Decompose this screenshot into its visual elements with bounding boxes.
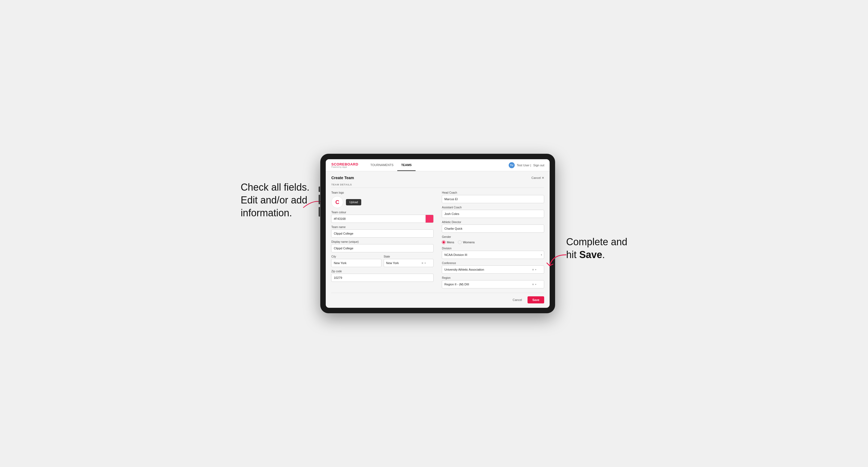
gender-womens-label: Womens [463, 241, 474, 244]
form-header: Create Team Cancel ✕ [331, 176, 544, 180]
team-logo-label: Team logo [331, 191, 434, 194]
state-label: State [383, 255, 434, 258]
upload-button[interactable]: Upload [346, 199, 361, 206]
avatar: TU [509, 162, 515, 168]
team-logo-field: Team logo C Upload [331, 191, 434, 208]
tab-tournaments[interactable]: TOURNAMENTS [366, 159, 397, 171]
navbar-right: TU Test User | Sign out [509, 162, 545, 168]
head-coach-input[interactable] [442, 195, 544, 203]
state-select[interactable]: New York ✕ ▾ [383, 259, 434, 267]
assistant-coach-label: Assistant Coach [442, 206, 544, 209]
head-coach-label: Head Coach [442, 191, 544, 194]
region-select[interactable]: Region II - (M) DIII ✕ ▾ [442, 280, 544, 288]
tab-teams[interactable]: TEAMS [397, 159, 415, 171]
color-input-wrapper [331, 215, 434, 223]
cancel-x-button[interactable]: Cancel ✕ [531, 176, 544, 180]
logo-area: C Upload [331, 196, 434, 208]
signout-button[interactable]: Sign out [533, 164, 544, 167]
nav-tabs: TOURNAMENTS TEAMS [366, 159, 415, 171]
brand-subtitle: Powered by clippd [331, 166, 358, 168]
athletic-director-field: Athletic Director [442, 221, 544, 233]
gender-label: Gender [442, 236, 544, 239]
division-label: Division [442, 247, 544, 250]
gender-field: Gender Mens Womens [442, 236, 544, 244]
team-logo-circle: C [331, 196, 343, 208]
city-field: City [331, 255, 381, 267]
assistant-coach-field: Assistant Coach [442, 206, 544, 218]
annotation-line3: information. [241, 207, 292, 218]
form-footer: Cancel Save [331, 293, 544, 303]
city-state-row: City State New York ✕ ▾ [331, 255, 434, 267]
annotation-line1: Check all fields. [241, 182, 309, 193]
close-icon: ✕ [542, 176, 544, 180]
conference-field: Conference University Athletic Associati… [442, 261, 544, 274]
team-colour-input[interactable] [331, 215, 425, 223]
gender-womens-radio[interactable] [458, 240, 462, 244]
logo-letter: C [335, 199, 339, 206]
conference-clear-icon[interactable]: ✕ [532, 268, 534, 271]
head-coach-field: Head Coach [442, 191, 544, 203]
division-field: Division NCAA Division III ▾ [442, 247, 544, 259]
color-swatch[interactable] [425, 215, 434, 223]
region-field: Region Region II - (M) DIII ✕ ▾ [442, 276, 544, 288]
region-label: Region [442, 276, 544, 279]
form-body: Team logo C Upload Team colour [331, 191, 544, 288]
brand-logo: SCOREBOARD Powered by clippd [331, 162, 358, 168]
annotation-right: Complete and hit Save. [566, 236, 627, 261]
conference-value: University Athletic Association [444, 268, 532, 271]
form-left-column: Team logo C Upload Team colour [331, 191, 434, 288]
city-label: City [331, 255, 381, 258]
city-state-field: City State New York ✕ ▾ [331, 255, 434, 267]
navbar: SCOREBOARD Powered by clippd TOURNAMENTS… [326, 159, 550, 171]
display-name-label: Display name (unique) [331, 240, 434, 243]
athletic-director-label: Athletic Director [442, 221, 544, 224]
gender-radio-group: Mens Womens [442, 240, 544, 244]
display-name-field: Display name (unique) [331, 240, 434, 252]
state-field: State New York ✕ ▾ [383, 255, 434, 267]
state-value: New York [386, 261, 422, 264]
team-name-label: Team name [331, 225, 434, 228]
region-chevron-icon: ▾ [535, 283, 536, 286]
tablet-button [319, 207, 320, 217]
cancel-button[interactable]: Cancel [510, 297, 525, 303]
tablet-button [319, 195, 320, 204]
gender-womens-option[interactable]: Womens [458, 240, 474, 244]
save-button[interactable]: Save [528, 296, 545, 303]
team-name-field: Team name [331, 225, 434, 238]
tablet-button [319, 187, 320, 192]
section-label: TEAM DETAILS [331, 183, 544, 188]
team-colour-label: Team colour [331, 211, 434, 214]
zip-label: Zip code [331, 270, 434, 273]
user-text: Test User | [517, 164, 531, 167]
annotation-right-line2: hit Save. [566, 249, 605, 260]
form-title: Create Team [331, 176, 354, 180]
conference-label: Conference [442, 261, 544, 264]
cancel-label: Cancel [531, 176, 540, 180]
team-name-input[interactable] [331, 229, 434, 238]
form-right-column: Head Coach Assistant Coach Athletic Dire… [442, 191, 544, 288]
athletic-director-input[interactable] [442, 224, 544, 233]
annotation-line2: Edit and/or add [241, 194, 307, 206]
division-select-wrapper: NCAA Division III ▾ [442, 251, 544, 259]
annotation-right-line1: Complete and [566, 236, 627, 247]
gender-mens-option[interactable]: Mens [442, 240, 454, 244]
state-chevron-icon: ▾ [425, 262, 426, 264]
right-arrow-icon [544, 252, 569, 271]
assistant-coach-input[interactable] [442, 210, 544, 218]
conference-chevron-icon: ▾ [535, 269, 536, 271]
display-name-input[interactable] [331, 244, 434, 252]
region-clear-icon[interactable]: ✕ [532, 283, 534, 286]
region-value: Region II - (M) DIII [444, 283, 532, 286]
brand-title: SCOREBOARD [331, 162, 358, 166]
tablet-device: SCOREBOARD Powered by clippd TOURNAMENTS… [320, 154, 555, 313]
division-select[interactable]: NCAA Division III [442, 251, 544, 259]
gender-mens-radio[interactable] [442, 240, 445, 244]
zip-input[interactable] [331, 274, 434, 282]
gender-mens-label: Mens [447, 241, 454, 244]
zip-code-field: Zip code [331, 270, 434, 282]
annotation-left: Check all fields. Edit and/or add inform… [241, 181, 309, 219]
state-clear-icon[interactable]: ✕ [421, 261, 424, 264]
team-colour-field: Team colour [331, 211, 434, 223]
city-input[interactable] [331, 259, 381, 267]
conference-select[interactable]: University Athletic Association ✕ ▾ [442, 266, 544, 274]
